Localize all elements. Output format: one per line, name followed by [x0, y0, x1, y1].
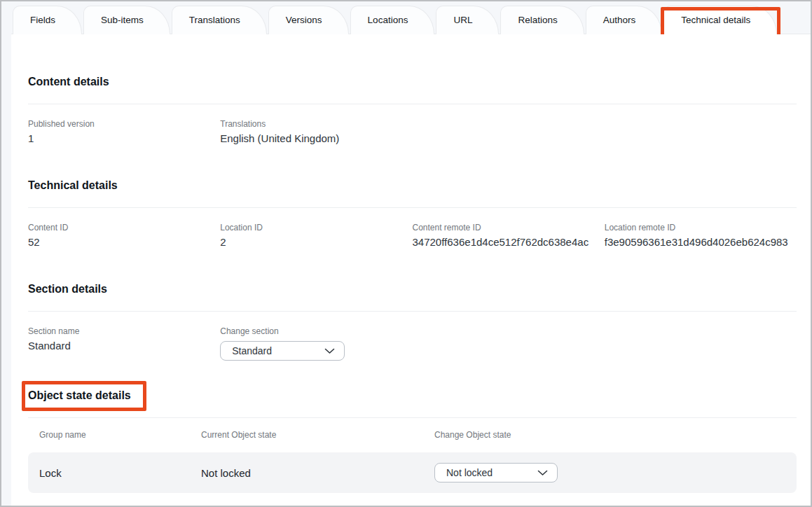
chevron-down-icon: [324, 348, 335, 354]
change-object-state-select-value: Not locked: [446, 467, 493, 478]
tab-versions[interactable]: Versions: [268, 6, 349, 34]
object-state-table-header: Group name Current Object state Change O…: [28, 430, 797, 440]
tab-translations[interactable]: Translations: [172, 6, 267, 34]
tab-technical-details-label: Technical details: [681, 15, 750, 25]
object-state-details-heading-label: Object state details: [28, 389, 131, 401]
tab-fields[interactable]: Fields: [13, 6, 82, 34]
technical-details-heading: Technical details: [28, 179, 118, 193]
field-value: 1: [28, 132, 220, 146]
tab-locations[interactable]: Locations: [350, 6, 435, 34]
tab-relations[interactable]: Relations: [500, 6, 584, 34]
field-translations: Translations English (United Kingdom): [220, 118, 412, 146]
field-value: Standard: [28, 339, 220, 353]
field-value: 34720ff636e1d4ce512f762dc638e4ac: [413, 235, 605, 249]
column-header-current-object-state: Current Object state: [201, 430, 434, 440]
tab-url[interactable]: URL: [436, 6, 499, 34]
cell-group-name: Lock: [39, 467, 201, 479]
field-label: Section name: [28, 326, 220, 337]
field-label: Published version: [28, 118, 220, 130]
cell-change-object-state: Not locked: [434, 463, 785, 482]
field-published-version: Published version 1: [28, 118, 220, 146]
field-location-remote-id: Location remote ID f3e90596361e31d496d40…: [605, 222, 797, 249]
section-divider: [28, 417, 797, 418]
table-row: Lock Not locked Not locked: [28, 452, 797, 493]
field-label: Change section: [220, 326, 412, 337]
field-value: English (United Kingdom): [220, 132, 412, 146]
field-label: Content ID: [28, 222, 220, 233]
field-location-id: Location ID 2: [220, 222, 412, 249]
change-object-state-select[interactable]: Not locked: [434, 463, 558, 482]
content-details-heading: Content details: [28, 75, 109, 89]
field-label: Content remote ID: [413, 222, 605, 233]
field-content-id: Content ID 52: [28, 222, 220, 249]
field-value: 2: [220, 235, 412, 249]
tab-authors[interactable]: Authors: [586, 6, 663, 34]
app-frame: Fields Sub-items Translations Versions L…: [0, 0, 812, 507]
field-section-name: Section name Standard: [28, 326, 220, 361]
column-header-change-object-state: Change Object state: [434, 430, 785, 440]
tab-content-panel: Content details Published version 1 Tran…: [11, 34, 811, 506]
field-label: Translations: [220, 118, 412, 130]
section-divider: [28, 104, 797, 104]
field-label: Location remote ID: [605, 222, 797, 233]
section-divider: [28, 207, 797, 208]
field-value: f3e90596361e31d496d4026eb624c983: [605, 235, 797, 249]
cell-current-object-state: Not locked: [201, 467, 434, 479]
field-label: Location ID: [220, 222, 412, 233]
tab-technical-details[interactable]: Technical details: [663, 6, 777, 34]
content-details-fields: Published version 1 Translations English…: [28, 118, 797, 146]
change-section-select[interactable]: Standard: [220, 341, 345, 361]
field-content-remote-id: Content remote ID 34720ff636e1d4ce512f76…: [413, 222, 605, 249]
tab-sub-items[interactable]: Sub-items: [83, 6, 170, 34]
section-details-fields: Section name Standard Change section Sta…: [28, 326, 797, 361]
change-section-select-value: Standard: [232, 345, 272, 356]
field-value: 52: [28, 235, 220, 249]
section-divider: [28, 311, 797, 312]
chevron-down-icon: [537, 470, 548, 476]
section-details-heading: Section details: [28, 282, 107, 296]
field-change-section: Change section Standard: [220, 326, 412, 361]
tab-bar: Fields Sub-items Translations Versions L…: [13, 6, 778, 34]
column-header-group-name: Group name: [39, 430, 201, 440]
technical-details-fields: Content ID 52 Location ID 2 Content remo…: [28, 222, 797, 249]
technical-details-content: Content details Published version 1 Tran…: [11, 75, 811, 493]
object-state-details-heading: Object state details: [28, 389, 131, 403]
